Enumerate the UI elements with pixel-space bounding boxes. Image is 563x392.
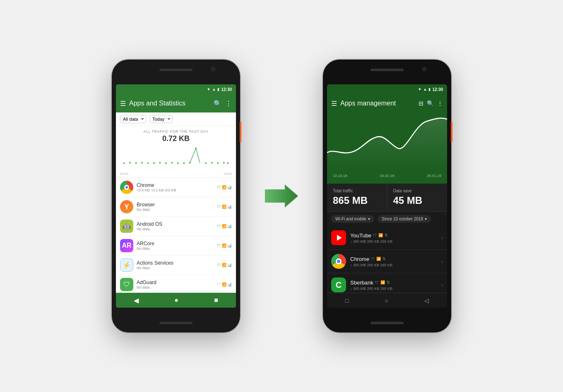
- more-icon-left[interactable]: ⋮: [225, 100, 232, 108]
- youtube-data-icon: ⇅: [385, 233, 388, 237]
- sberbank-info: Sberbank 🛡 📶 ⇅ ↓ 365 MB 265 KB 265 KB: [350, 280, 437, 291]
- actions-status-icons: 🛡 📶 📊: [217, 263, 232, 267]
- app-item-youtube[interactable]: YouTube 🛡 📶 ⇅ ↓ 365 MB 265 KB 265 KB ›: [327, 226, 447, 250]
- svg-point-16: [217, 163, 219, 164]
- sberbank-wifi-icon: 📶: [380, 280, 385, 284]
- total-traffic-value: 865 MB: [333, 195, 381, 206]
- data-save-label: Data save: [393, 189, 442, 193]
- network-filter-btn[interactable]: Wi-Fi and mobile ▾: [331, 215, 374, 223]
- scene: ▼ ▲ ▮ 12:30 ☰ Apps and Statistics 🔍 ⋮ Al…: [0, 0, 563, 392]
- app-item-chrome-right[interactable]: Chrome 🛡 📶 ⇅ ↓ 365 MB 265 KB 265 KB ›: [327, 250, 447, 273]
- filter-row-right: Wi-Fi and mobile ▾ Since 10 october 2018…: [327, 212, 447, 226]
- chrome-icon-right: [331, 254, 346, 269]
- chart-area: ALL TRAFFIC FOR THE PAST DAY 0.72 KB: [116, 126, 236, 178]
- actions-data: No data: [137, 266, 214, 270]
- menu-icon-left[interactable]: ☰: [120, 100, 126, 108]
- svg-marker-19: [265, 184, 298, 208]
- phone-right: ▼ ▲ ▮ 12:30 ☰ Apps management ⊟ 🔍 ⋮: [323, 60, 451, 332]
- status-bar-left: ▼ ▲ ▮ 12:30: [116, 84, 236, 94]
- app-item-actions[interactable]: ⚡ Actions Services No data 🛡 📶 📊: [116, 256, 236, 275]
- search-icon-right[interactable]: 🔍: [427, 100, 434, 107]
- browser-data: No data: [137, 208, 214, 212]
- svg-point-9: [171, 162, 173, 164]
- phone-right-side-button: [451, 122, 452, 142]
- data-save-value: 45 MB: [393, 195, 442, 206]
- app-item-sberbank[interactable]: С Sberbank 🛡 📶 ⇅ ↓ 365 MB 265 KB 265 KB …: [327, 273, 447, 293]
- phone-left-camera: [211, 67, 215, 71]
- toolbar-title-left: Apps and Statistics: [129, 100, 210, 107]
- actions-info: Actions Services No data: [137, 260, 214, 270]
- app-item-chrome[interactable]: Chrome ↓0.4 KB ↑0.2 KB ⊘0 KB 🛡 📶 📊: [116, 178, 236, 197]
- phone-right-screen: ▼ ▲ ▮ 12:30 ☰ Apps management ⊟ 🔍 ⋮: [327, 84, 447, 308]
- data-save-cell: Data save 45 MB: [387, 184, 448, 211]
- home-button-right[interactable]: ○: [385, 297, 388, 304]
- phone-right-speaker: [371, 69, 404, 71]
- androidos-data: No data: [137, 227, 214, 231]
- adguard-icon: 🛡: [120, 278, 133, 291]
- svg-point-7: [159, 162, 161, 164]
- chart-title: ALL TRAFFIC FOR THE PAST DAY: [120, 129, 232, 134]
- svg-point-14: [205, 163, 207, 164]
- arcore-icon: AR: [120, 239, 133, 252]
- svg-point-1: [123, 163, 125, 164]
- phone-left: ▼ ▲ ▮ 12:30 ☰ Apps and Statistics 🔍 ⋮ Al…: [112, 60, 240, 332]
- signal-icon: ▼: [207, 87, 211, 91]
- sberbank-icon: С: [331, 277, 346, 292]
- search-icon-left[interactable]: 🔍: [214, 100, 222, 108]
- yt-play-icon: [337, 235, 342, 241]
- app-item-browser[interactable]: Y Browser No data 🛡 📶 📊: [116, 197, 236, 217]
- sberbank-name: Sberbank 🛡 📶 ⇅: [350, 280, 437, 286]
- filter-icon-right[interactable]: ⊟: [419, 100, 423, 107]
- battery-icon: ▮: [217, 87, 219, 91]
- arrow-svg: [265, 179, 298, 213]
- date-1: 10.10.18: [333, 174, 347, 178]
- arcore-status-icons: 🛡 📶 📊: [217, 244, 232, 248]
- period-filter-label: Since 10 october 2018: [382, 217, 423, 221]
- signal-icon-right: ▼: [418, 87, 422, 91]
- more-icon-right[interactable]: ⋮: [437, 100, 443, 107]
- phone-left-side-button: [240, 122, 241, 142]
- chrome-wifi-icon: 📶: [376, 257, 381, 261]
- sberbank-data-icon: ⇅: [387, 280, 390, 284]
- arrow-container: [265, 179, 298, 213]
- chrome-name-right: Chrome 🛡 📶 ⇅: [350, 256, 437, 262]
- svg-point-6: [153, 163, 155, 164]
- chrome-info-right: Chrome 🛡 📶 ⇅ ↓ 365 MB 265 KB 265 KB: [350, 256, 437, 267]
- back-button-right[interactable]: ◁: [424, 297, 429, 304]
- androidos-name: Android OS: [137, 221, 214, 227]
- youtube-wifi-icon: 📶: [378, 233, 383, 237]
- browser-icon: Y: [120, 200, 133, 213]
- adguard-info: AdGuard No data: [137, 280, 214, 289]
- app-item-adguard[interactable]: 🛡 AdGuard No data 🛡 📶 📊: [116, 275, 236, 293]
- menu-icon-right[interactable]: ☰: [331, 100, 337, 108]
- app-item-arcore[interactable]: AR ARCore No data 🛡 📶 📊: [116, 236, 236, 256]
- nav-bar-left: ◀ ● ■: [116, 293, 236, 308]
- youtube-data: ↓ 365 MB 265 KB 265 KB: [350, 239, 437, 244]
- svg-point-8: [165, 163, 167, 164]
- data-icon: 📊: [227, 185, 232, 189]
- chrome-shield-icon: 🛡: [371, 257, 375, 261]
- chrome-status-icons: 🛡 📶 📊: [217, 185, 232, 189]
- all-data-select[interactable]: All data: [120, 115, 146, 123]
- status-bar-right: ▼ ▲ ▮ 12:30: [327, 84, 447, 94]
- total-traffic-cell: Total traffic 865 MB: [327, 184, 387, 211]
- app-item-androidos[interactable]: 🤖 Android OS No data 🛡 📶 📊: [116, 217, 236, 236]
- toolbar-title-right: Apps management: [340, 100, 415, 107]
- recents-button-left[interactable]: ■: [214, 296, 218, 304]
- toolbar-right: ☰ Apps management ⊟ 🔍 ⋮: [327, 94, 447, 112]
- back-button-left[interactable]: ◀: [134, 296, 139, 304]
- wifi-icon-s: 📶: [222, 185, 226, 189]
- androidos-status-icons: 🛡 📶 📊: [217, 224, 232, 228]
- youtube-info: YouTube 🛡 📶 ⇅ ↓ 365 MB 265 KB 265 KB: [350, 232, 437, 244]
- arcore-name: ARCore: [137, 241, 214, 246]
- svg-point-3: [135, 163, 137, 164]
- today-select[interactable]: Today: [149, 115, 173, 123]
- recents-button-right[interactable]: □: [345, 297, 349, 304]
- svg-point-13: [195, 148, 197, 149]
- chart-value: 0.72 KB: [120, 134, 232, 143]
- toolbar-left: ☰ Apps and Statistics 🔍 ⋮: [116, 94, 236, 112]
- chart-time-start: 00:00: [120, 172, 128, 176]
- period-filter-btn[interactable]: Since 10 october 2018 ▾: [378, 215, 431, 223]
- filter-row-left: All data Today: [116, 112, 236, 126]
- home-button-left[interactable]: ●: [174, 296, 178, 304]
